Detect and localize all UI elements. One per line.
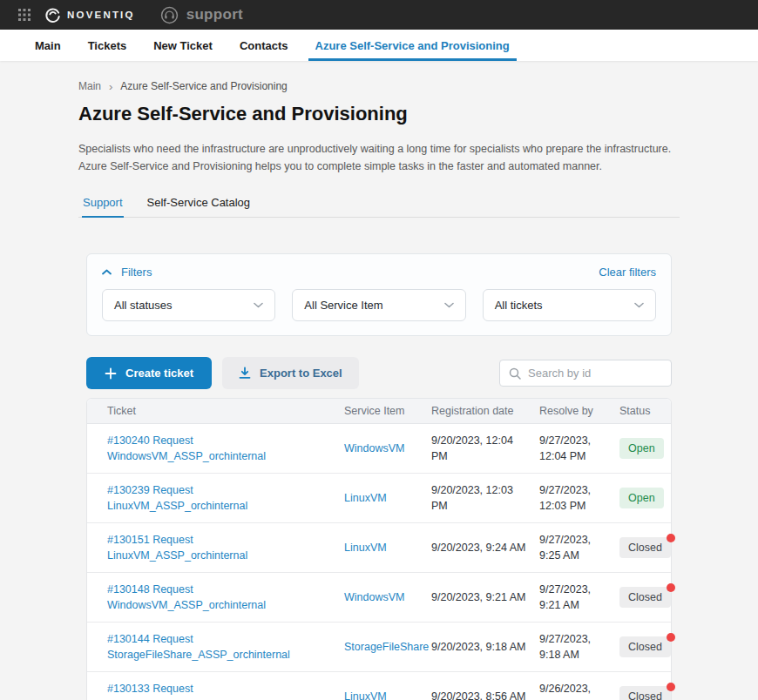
breadcrumb-main-link[interactable]: Main [78, 80, 101, 92]
nav-item-azure-self-service[interactable]: Azure Self-Service and Provisioning [315, 30, 510, 61]
page-description: Specialists who need the infrastructure … [78, 140, 680, 175]
support-app-label: support [160, 6, 243, 24]
top-header: NOVENTIQ support [0, 0, 758, 30]
resolve-by-date: 9/27/2023, 9:25 AM [539, 532, 619, 563]
content-tabs: Support Self-Service Catalog [78, 196, 680, 218]
ticket-link[interactable]: #130133 Request LinuxVM_ASSP_orchinterna… [107, 681, 344, 700]
breadcrumb-current: Azure Self-Service and Provisioning [120, 80, 287, 92]
registration-date: 9/20/2023, 9:18 AM [431, 639, 539, 655]
app-name: support [186, 6, 243, 24]
table-row: #130133 Request LinuxVM_ASSP_orchinterna… [87, 672, 671, 700]
table-body: #130240 Request WindowsVM_ASSP_orchinter… [87, 424, 671, 700]
table-row: #130151 Request LinuxVM_ASSP_orchinterna… [87, 523, 671, 573]
resolve-by-date: 9/27/2023, 12:04 PM [539, 433, 619, 464]
breadcrumb: Main › Azure Self-Service and Provisioni… [78, 80, 680, 92]
headphones-icon [160, 6, 179, 24]
status-badge: Closed [619, 686, 671, 700]
service-item-link[interactable]: LinuxVM [344, 540, 431, 555]
support-section: Filters Clear filters All statuses All S… [86, 253, 672, 700]
ticket-link[interactable]: #130144 Request StorageFileShare_ASSP_or… [107, 631, 344, 663]
brand-name: NOVENTIQ [67, 10, 135, 20]
tab-self-service-catalog[interactable]: Self-Service Catalog [146, 196, 252, 217]
service-item-link[interactable]: LinuxVM [344, 689, 431, 700]
table-row: #130240 Request WindowsVM_ASSP_orchinter… [87, 424, 671, 474]
table-actions: Create ticket Export to Excel [86, 357, 672, 389]
notification-dot [667, 583, 675, 592]
column-header-status: Status [619, 405, 671, 417]
app-grid-icon[interactable] [18, 9, 30, 21]
filters-collapse-toggle[interactable]: Filters [102, 266, 152, 279]
ticket-link[interactable]: #130240 Request WindowsVM_ASSP_orchinter… [107, 433, 344, 464]
table-row: #130144 Request StorageFileShare_ASSP_or… [87, 623, 671, 672]
status-badge: Closed [619, 636, 671, 657]
chevron-down-icon [254, 302, 263, 308]
filters-title: Filters [121, 266, 152, 279]
nav-item-new-ticket[interactable]: New Ticket [153, 30, 213, 61]
search-box [499, 360, 672, 387]
notification-dot [667, 683, 675, 691]
column-header-resolve-by: Resolve by [539, 405, 619, 417]
resolve-by-date: 9/27/2023, 12:03 PM [539, 482, 619, 514]
filters-panel: Filters Clear filters All statuses All S… [86, 253, 672, 336]
registration-date: 9/20/2023, 9:21 AM [431, 589, 539, 605]
main-nav: Main Tickets New Ticket Contacts Azure S… [0, 30, 758, 61]
status-badge: Closed [619, 587, 671, 608]
search-icon [509, 367, 521, 380]
status-filter-dropdown[interactable]: All statuses [102, 289, 275, 321]
status-badge: Open [619, 488, 664, 508]
nav-item-contacts[interactable]: Contacts [240, 30, 288, 61]
table-header-row: Ticket Service Item Registration date Re… [87, 399, 671, 424]
registration-date: 9/20/2023, 9:24 AM [431, 540, 539, 555]
tickets-filter-dropdown[interactable]: All tickets [483, 289, 656, 321]
export-excel-button[interactable]: Export to Excel [222, 357, 359, 389]
nav-item-main[interactable]: Main [35, 30, 61, 61]
ticket-link[interactable]: #130148 Request WindowsVM_ASSP_orchinter… [107, 582, 344, 613]
column-header-service-item: Service Item [344, 405, 431, 417]
ticket-link[interactable]: #130151 Request LinuxVM_ASSP_orchinterna… [107, 532, 344, 563]
service-item-link[interactable]: WindowsVM [344, 441, 431, 456]
column-header-registration-date: Registration date [431, 405, 539, 417]
status-filter-value: All statuses [114, 299, 172, 312]
plus-icon [105, 367, 117, 380]
page-title: Azure Self-Service and Provisioning [78, 103, 680, 125]
registration-date: 9/20/2023, 12:04 PM [431, 433, 539, 464]
service-item-link[interactable]: LinuxVM [344, 490, 431, 506]
clear-filters-link[interactable]: Clear filters [599, 266, 656, 279]
ticket-link[interactable]: #130239 Request LinuxVM_ASSP_orchinterna… [107, 482, 344, 514]
status-badge: Open [619, 438, 664, 459]
chevron-down-icon [444, 302, 454, 308]
service-item-filter-dropdown[interactable]: All Service Item [292, 289, 465, 321]
resolve-by-date: 9/27/2023, 9:18 AM [539, 631, 619, 663]
service-item-filter-value: All Service Item [304, 299, 382, 312]
notification-dot [667, 633, 675, 642]
tab-support[interactable]: Support [82, 196, 124, 217]
tickets-filter-value: All tickets [495, 299, 543, 312]
status-badge: Closed [619, 537, 671, 558]
noventiq-logo-icon [44, 7, 61, 24]
noventiq-logo[interactable]: NOVENTIQ [44, 7, 135, 24]
service-item-link[interactable]: WindowsVM [344, 589, 431, 605]
table-row: #130239 Request LinuxVM_ASSP_orchinterna… [87, 474, 671, 523]
notification-dot [667, 534, 675, 542]
table-row: #130148 Request WindowsVM_ASSP_orchinter… [87, 573, 671, 623]
download-icon [239, 367, 251, 380]
resolve-by-date: 9/26/2023, 6:00 PM [539, 681, 619, 700]
chevron-down-icon [634, 302, 644, 308]
registration-date: 9/20/2023, 12:03 PM [431, 482, 539, 514]
page-content: Main › Azure Self-Service and Provisioni… [78, 80, 680, 700]
resolve-by-date: 9/27/2023, 9:21 AM [539, 582, 619, 613]
column-header-ticket: Ticket [107, 405, 344, 417]
chevron-up-icon [102, 269, 112, 275]
tickets-table: Ticket Service Item Registration date Re… [86, 398, 672, 700]
search-input[interactable] [528, 367, 681, 380]
create-ticket-button[interactable]: Create ticket [86, 357, 212, 389]
service-item-link[interactable]: StorageFileShare [344, 639, 431, 655]
breadcrumb-chevron-icon: › [109, 81, 112, 92]
registration-date: 9/20/2023, 8:56 AM [431, 689, 539, 700]
nav-item-tickets[interactable]: Tickets [88, 30, 127, 61]
